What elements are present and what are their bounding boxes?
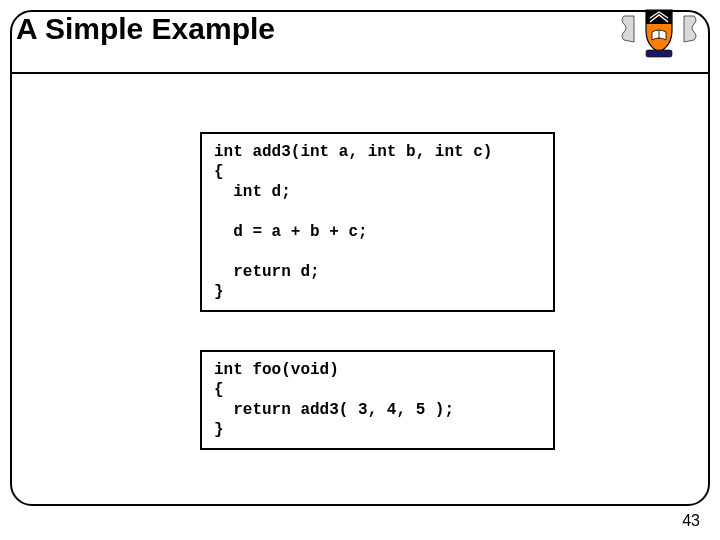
slide-title: A Simple Example	[16, 12, 275, 46]
code-block-foo: int foo(void) { return add3( 3, 4, 5 ); …	[200, 350, 555, 450]
princeton-logo-icon	[620, 6, 698, 58]
code-block-add3: int add3(int a, int b, int c) { int d; d…	[200, 132, 555, 312]
code-text: int foo(void) { return add3( 3, 4, 5 ); …	[214, 360, 541, 440]
title-divider	[12, 72, 708, 74]
code-text: int add3(int a, int b, int c) { int d; d…	[214, 142, 541, 302]
svg-rect-2	[646, 50, 672, 57]
page-number: 43	[682, 512, 700, 530]
slide: A Simple Example int add3(int a, int b, …	[0, 0, 720, 540]
